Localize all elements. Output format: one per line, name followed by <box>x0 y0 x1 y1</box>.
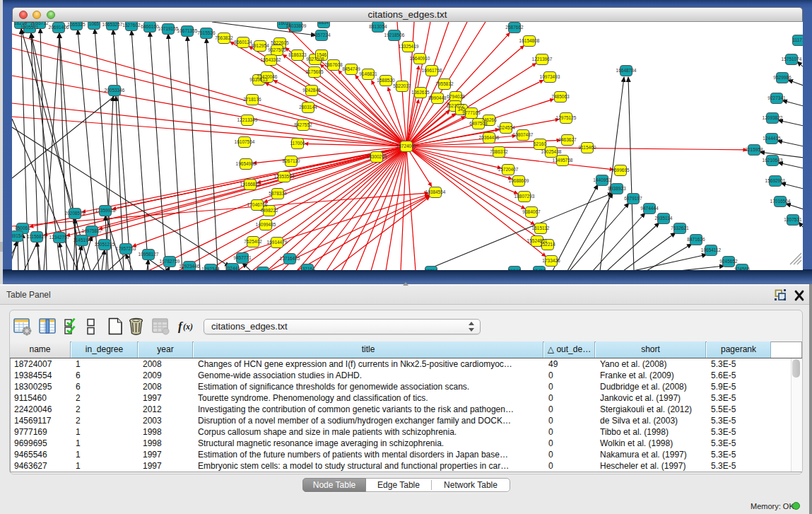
svg-text:16107554: 16107554 <box>235 139 255 144</box>
svg-text:10958127: 10958127 <box>139 252 159 257</box>
svg-text:12353594: 12353594 <box>274 174 295 179</box>
svg-text:6879197: 6879197 <box>624 196 642 201</box>
svg-text:19975887: 19975887 <box>82 228 102 233</box>
svg-text:10654112: 10654112 <box>701 247 722 252</box>
svg-text:1546: 1546 <box>317 52 327 57</box>
svg-text:7515526: 7515526 <box>197 30 216 35</box>
svg-text:1145194: 1145194 <box>73 238 91 243</box>
svg-text:12213967: 12213967 <box>532 57 553 62</box>
svg-text:8660124: 8660124 <box>234 40 252 45</box>
svg-text:18724007: 18724007 <box>396 144 417 148</box>
svg-text:5322605: 5322605 <box>271 40 289 45</box>
svg-text:19384554: 19384554 <box>425 189 446 194</box>
svg-text:16782759: 16782759 <box>160 259 180 264</box>
svg-text:9227341: 9227341 <box>767 95 786 100</box>
svg-text:1292344: 1292344 <box>201 267 220 270</box>
svg-text:1733426: 1733426 <box>542 258 560 263</box>
svg-text:1244415: 1244415 <box>763 136 781 141</box>
svg-text:16640910: 16640910 <box>410 56 430 61</box>
svg-text:16543362: 16543362 <box>261 57 281 62</box>
svg-text:932441: 932441 <box>225 266 240 270</box>
svg-text:10025438: 10025438 <box>541 149 562 154</box>
svg-text:9529986: 9529986 <box>773 75 792 80</box>
svg-text:20364436: 20364436 <box>479 135 500 140</box>
svg-text:7955812: 7955812 <box>435 81 454 86</box>
svg-text:10973493: 10973493 <box>540 74 560 79</box>
svg-text:6794028: 6794028 <box>447 94 465 99</box>
svg-text:62160: 62160 <box>534 141 546 146</box>
svg-text:8834: 8834 <box>319 22 329 25</box>
svg-text:15051215: 15051215 <box>95 242 115 247</box>
svg-text:19218506: 19218506 <box>384 33 405 37</box>
svg-text:850061: 850061 <box>15 226 30 230</box>
svg-text:252214: 252214 <box>540 242 555 247</box>
svg-text:10688609: 10688609 <box>509 178 529 183</box>
svg-text:1527602: 1527602 <box>122 23 141 28</box>
svg-text:13495758: 13495758 <box>553 158 573 163</box>
svg-text:8454749: 8454749 <box>342 66 360 71</box>
svg-text:5322037: 5322037 <box>393 83 411 88</box>
svg-text:39154: 39154 <box>12 233 23 238</box>
svg-text:1905571: 1905571 <box>20 25 39 30</box>
svg-text:18300295: 18300295 <box>367 154 387 159</box>
svg-text:19654985: 19654985 <box>236 161 257 166</box>
svg-text:93761: 93761 <box>425 269 437 270</box>
svg-text:7632621: 7632621 <box>671 226 689 230</box>
svg-text:9699695: 9699695 <box>611 168 630 173</box>
svg-text:1440953: 1440953 <box>593 177 611 182</box>
svg-text:1588520: 1588520 <box>377 78 395 83</box>
svg-text:12093822: 12093822 <box>763 115 783 120</box>
svg-text:10653257: 10653257 <box>102 22 123 27</box>
svg-text:17016504: 17016504 <box>770 199 791 204</box>
svg-text:7663822: 7663822 <box>215 35 233 40</box>
svg-text:16210643: 16210643 <box>763 158 783 163</box>
svg-text:12213349: 12213349 <box>237 117 258 122</box>
svg-text:19166825: 19166825 <box>240 182 261 187</box>
svg-text:7485063: 7485063 <box>551 94 570 99</box>
svg-text:924565: 924565 <box>734 267 750 270</box>
svg-text:11171: 11171 <box>792 37 803 42</box>
svg-text:12342757: 12342757 <box>49 235 70 240</box>
svg-text:92450: 92450 <box>533 269 546 270</box>
svg-text:16648784: 16648784 <box>616 68 637 73</box>
svg-text:14099485: 14099485 <box>256 222 276 227</box>
svg-text:17046766: 17046766 <box>247 202 268 207</box>
svg-text:17957253: 17957253 <box>116 246 136 251</box>
svg-text:16961758: 16961758 <box>422 68 442 73</box>
svg-text:1207531: 1207531 <box>784 217 802 222</box>
svg-text:20691406: 20691406 <box>49 25 69 30</box>
svg-text:9463627: 9463627 <box>558 137 577 142</box>
svg-text:4498222: 4498222 <box>260 208 278 213</box>
svg-text:9327505: 9327505 <box>268 47 286 52</box>
svg-text:8912954: 8912954 <box>251 43 269 48</box>
svg-text:8267110: 8267110 <box>283 158 300 163</box>
svg-text:3024554: 3024554 <box>497 125 515 130</box>
svg-text:18807293: 18807293 <box>514 194 535 199</box>
svg-text:117006: 117006 <box>290 141 305 146</box>
svg-text:9115460: 9115460 <box>579 145 596 150</box>
svg-text:16033809: 16033809 <box>286 23 307 28</box>
svg-text:9384067: 9384067 <box>522 209 541 214</box>
svg-text:15751074: 15751074 <box>782 57 802 62</box>
svg-text:8813054: 8813054 <box>369 24 387 29</box>
svg-text:9457771: 9457771 <box>233 255 252 260</box>
svg-text:5878334: 5878334 <box>269 191 287 196</box>
svg-text:21540: 21540 <box>508 269 521 270</box>
svg-text:2687662: 2687662 <box>505 25 524 30</box>
svg-text:10719155: 10719155 <box>158 26 179 31</box>
svg-text:6466160: 6466160 <box>141 24 159 29</box>
svg-text:8186323: 8186323 <box>288 52 307 57</box>
svg-text:20053346: 20053346 <box>105 88 125 93</box>
svg-text:16154808: 16154808 <box>519 38 540 43</box>
svg-text:7357224: 7357224 <box>312 33 331 37</box>
svg-text:2867608: 2867608 <box>324 62 343 67</box>
svg-text:15720407: 15720407 <box>498 167 519 172</box>
svg-text:10671355: 10671355 <box>177 28 198 33</box>
svg-text:10807487: 10807487 <box>513 132 534 137</box>
svg-text:13716485: 13716485 <box>280 256 300 261</box>
svg-text:7625402: 7625402 <box>244 239 262 244</box>
svg-text:9777169: 9777169 <box>462 110 481 115</box>
svg-text:23420046: 23420046 <box>257 74 278 79</box>
svg-text:9242845: 9242845 <box>302 88 321 93</box>
svg-text:8938923: 8938923 <box>608 186 626 191</box>
